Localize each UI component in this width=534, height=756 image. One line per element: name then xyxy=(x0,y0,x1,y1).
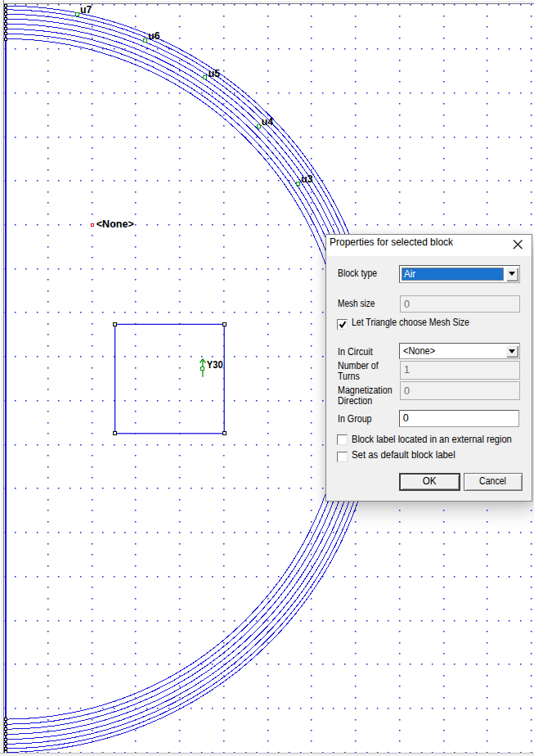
svg-text:<None>: <None> xyxy=(96,218,134,230)
svg-text:u6: u6 xyxy=(148,30,159,42)
svg-text:u7: u7 xyxy=(80,4,92,16)
svg-text:u3: u3 xyxy=(301,173,312,185)
svg-text:u5: u5 xyxy=(209,68,220,79)
svg-text:Y30: Y30 xyxy=(207,359,223,371)
svg-text:u4: u4 xyxy=(262,116,273,128)
